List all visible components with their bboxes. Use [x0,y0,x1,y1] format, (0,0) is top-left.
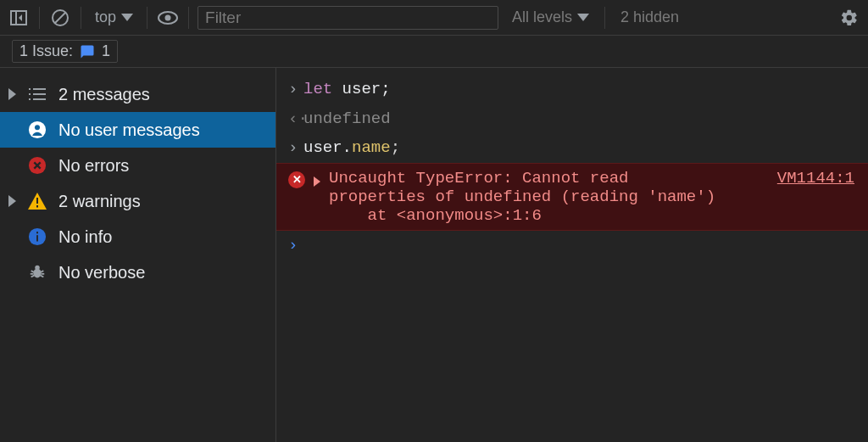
sidebar-item-label: No user messages [58,120,200,140]
svg-point-6 [165,14,171,20]
console-result: undefined [303,107,391,131]
console-prompt[interactable]: › [276,231,868,260]
hidden-messages-count[interactable]: 2 hidden [614,8,686,26]
warning-icon [26,190,48,212]
error-icon [26,154,48,176]
message-icon [80,44,95,59]
context-selector[interactable]: top [90,8,138,26]
bug-icon [26,261,48,283]
context-label: top [95,8,116,26]
console-input-row[interactable]: › user.name; [276,133,868,163]
console-error-row[interactable]: ✕ Uncaught TypeError: Cannot read proper… [276,163,868,231]
disclosure-triangle-icon [8,195,16,207]
console-input-row[interactable]: › let user; [276,75,868,104]
toggle-sidebar-button[interactable] [7,6,31,30]
sidebar-item-label: No verbose [58,263,145,283]
console-result-row: ‹· undefined [276,104,868,134]
sidebar-item-label: 2 warnings [58,192,141,211]
svg-line-28 [31,276,35,277]
clear-console-button[interactable] [48,6,72,30]
error-icon: ✕ [288,171,305,188]
svg-line-26 [31,271,35,272]
sidebar: 2 messages No user messages [0,68,276,442]
sidebar-item-messages[interactable]: 2 messages [0,76,275,112]
svg-line-27 [41,271,44,272]
svg-rect-20 [36,205,38,208]
issues-label: 1 Issue: [19,42,73,60]
console-code: let user; [303,77,391,102]
sidebar-item-label: 2 messages [58,85,150,104]
prompt-out-icon: ‹· [288,107,303,131]
svg-line-29 [41,276,44,277]
error-source-link[interactable]: VM1144:1 [777,169,854,187]
sidebar-item-info[interactable]: No info [0,219,275,255]
chevron-down-icon [121,14,133,21]
list-icon [26,83,48,105]
issues-button[interactable]: 1 Issue: 1 [12,40,118,63]
svg-point-14 [35,125,40,130]
prompt-in-icon: › [288,77,303,102]
svg-point-25 [35,266,40,271]
chevron-down-icon [577,14,589,21]
levels-label: All levels [512,8,572,26]
issues-count: 1 [102,42,110,60]
live-expression-button[interactable] [156,6,180,30]
disclosure-triangle-icon[interactable] [314,176,320,187]
svg-rect-23 [36,232,38,233]
console-toolbar: top All levels 2 hidden [0,0,868,36]
svg-line-4 [55,13,65,23]
person-icon [26,119,48,141]
filter-input[interactable] [198,6,498,30]
prompt-in-icon: › [288,136,303,160]
sidebar-item-label: No info [58,227,112,247]
svg-rect-19 [36,198,38,204]
prompt-in-icon: › [288,236,298,255]
log-levels-selector[interactable]: All levels [505,8,596,26]
console-output: › let user; ‹· undefined › user.name; ✕ … [276,68,868,442]
sidebar-item-verbose[interactable]: No verbose [0,255,275,290]
svg-marker-2 [19,14,22,21]
sidebar-item-errors[interactable]: No errors [0,148,275,183]
issues-bar: 1 Issue: 1 [0,36,868,68]
sidebar-item-warnings[interactable]: 2 warnings [0,183,275,219]
console-settings-button[interactable] [837,6,861,30]
svg-rect-22 [36,235,38,241]
console-code: user.name; [303,136,400,160]
main-area: 2 messages No user messages [0,68,868,442]
info-icon [26,226,48,248]
sidebar-item-label: No errors [58,156,129,176]
disclosure-triangle-icon [8,88,16,100]
sidebar-item-user-messages[interactable]: No user messages [0,112,275,148]
